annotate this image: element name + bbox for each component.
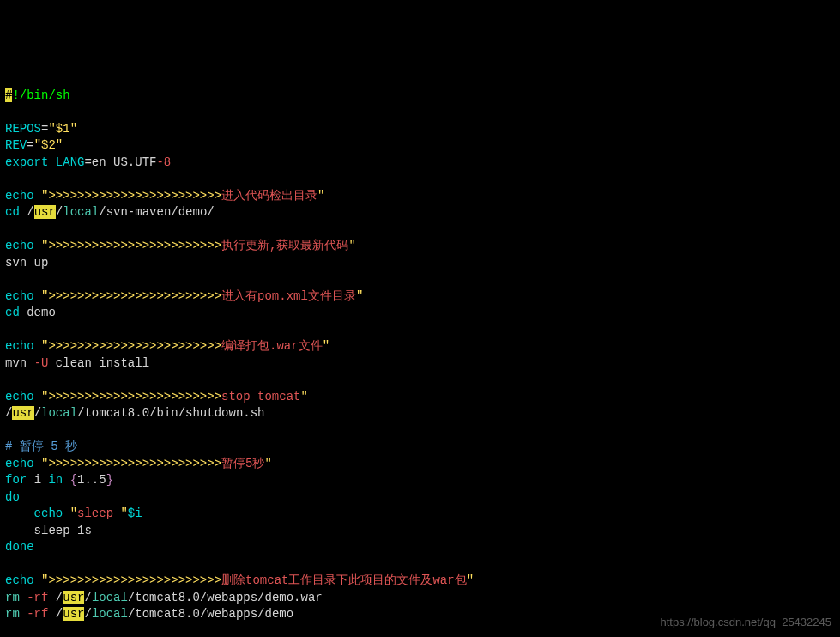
webapps-war: /tomcat8.0/webapps/demo.war [128, 591, 323, 604]
msg4: 编译打包.war文件 [221, 339, 323, 353]
usr3: usr [63, 591, 84, 604]
slash: / [27, 205, 33, 219]
svn-path: /svn-maven/demo/ [99, 205, 214, 219]
1s: 1s [77, 524, 92, 537]
for-kw: for [5, 473, 27, 487]
mvn: mvn [5, 356, 27, 370]
echo2: echo [5, 239, 34, 252]
local4: local [92, 607, 128, 621]
svn-up: svn up [5, 256, 48, 270]
cd2: cd [5, 306, 20, 319]
msg5: stop tomcat [221, 390, 300, 403]
do-kw: do [5, 490, 20, 504]
utf8: -8 [156, 155, 171, 169]
repos-val: "$1" [48, 122, 77, 136]
msg2: 执行更新,获取最新代码 [221, 239, 348, 252]
echo3: echo [5, 289, 34, 303]
arr3: >>>>>>>>>>>>>>>>>>>>>>>> [48, 289, 221, 303]
var-repos: REPOS [5, 122, 41, 136]
eq2: = [27, 138, 33, 152]
arr5: >>>>>>>>>>>>>>>>>>>>>>>> [48, 390, 221, 403]
usr2: usr [12, 406, 33, 420]
watermark: https://blog.csdn.net/qq_25432245 [661, 614, 832, 631]
echo8: echo [5, 573, 34, 587]
local3: local [92, 591, 128, 604]
q: " [70, 507, 77, 520]
done-kw: done [5, 540, 34, 554]
code-block: #!/bin/sh REPOS="$1" REV="$2" export LAN… [5, 70, 835, 637]
in-kw: in [48, 473, 63, 487]
var-rev: REV [5, 138, 27, 152]
q: " [323, 339, 329, 353]
eq3: = [84, 155, 91, 169]
arr2: >>>>>>>>>>>>>>>>>>>>>>>> [48, 239, 221, 252]
msg6: 暂停5秒 [221, 457, 264, 470]
slash: / [84, 607, 91, 621]
echo1: echo [5, 189, 34, 203]
arr6: >>>>>>>>>>>>>>>>>>>>>>>> [48, 457, 221, 470]
clean-install: clean install [56, 356, 149, 370]
brace-open: { [70, 473, 77, 487]
i: i [34, 473, 41, 487]
rm1: rm [5, 591, 20, 604]
echo4: echo [5, 339, 34, 353]
brace-close: } [106, 473, 113, 487]
msg3: 进入有pom.xml文件目录 [221, 289, 356, 303]
arr4: >>>>>>>>>>>>>>>>>>>>>>>> [48, 339, 221, 353]
dollar-i: $i [128, 507, 142, 520]
arr1: >>>>>>>>>>>>>>>>>>>>>>>> [48, 189, 221, 203]
arr7: >>>>>>>>>>>>>>>>>>>>>>>> [48, 573, 221, 587]
shutdown: /tomcat8.0/bin/shutdown.sh [77, 406, 264, 420]
enus: en_US.UTF [92, 155, 157, 169]
usr1: usr [34, 205, 56, 219]
rf2: -rf [27, 607, 48, 621]
usr4: usr [63, 607, 84, 621]
q: " [300, 390, 307, 403]
local1: local [63, 205, 99, 219]
slash: / [56, 205, 63, 219]
q: " [356, 289, 363, 303]
slash: / [56, 607, 63, 621]
sleep-str: sleep [77, 507, 120, 520]
u-flag: -U [34, 356, 49, 370]
slash: / [84, 591, 91, 604]
shebang: !/bin/sh [12, 88, 69, 102]
rf1: -rf [27, 591, 48, 604]
range: 1..5 [77, 473, 106, 487]
q: " [467, 573, 474, 587]
cd1: cd [5, 205, 20, 219]
sleep: sleep [34, 524, 70, 537]
demo: demo [27, 306, 56, 319]
pause-comment: # 暂停 5 秒 [5, 440, 77, 453]
lang-var: LANG [56, 155, 85, 169]
q: " [317, 189, 324, 203]
slash: / [34, 406, 41, 420]
echo6: echo [5, 457, 34, 470]
echo5: echo [5, 390, 34, 403]
webapps-demo: /tomcat8.0/webapps/demo [128, 607, 293, 621]
q: " [348, 239, 355, 252]
rm2: rm [5, 607, 20, 621]
msg7: 删除tomcat工作目录下此项目的文件及war包 [221, 573, 467, 587]
export-kw: export [5, 155, 48, 169]
msg1: 进入代码检出目录 [221, 189, 317, 203]
local2: local [41, 406, 77, 420]
slash: / [56, 591, 63, 604]
q: " [264, 457, 271, 470]
q: " [120, 507, 127, 520]
rev-val: "$2" [34, 138, 63, 152]
echo7: echo [34, 507, 63, 520]
